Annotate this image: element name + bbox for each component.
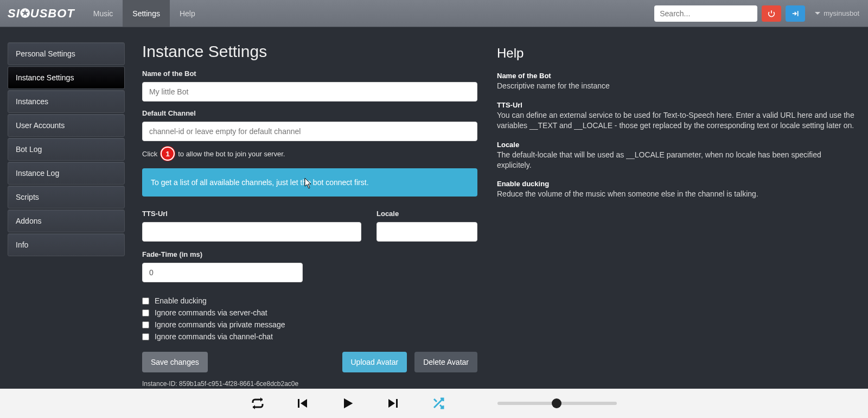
bot-name-input[interactable] [142,82,477,102]
sidebar-item-scripts[interactable]: Scripts [8,186,125,208]
help-item-title: TTS-Url [497,101,855,109]
tts-url-input[interactable] [142,222,361,242]
page-title: Instance Settings [142,42,477,61]
button-row: Save changes Upload Avatar Delete Avatar [142,352,477,372]
default-channel-label: Default Channel [142,109,477,117]
sidebar-item-addons[interactable]: Addons [8,210,125,232]
tab-music[interactable]: Music [84,0,123,27]
help-panel: Help Name of the Bot Descriptive name fo… [497,42,855,383]
nav-right: mysinusbot [646,0,868,27]
tab-help[interactable]: Help [170,0,205,27]
power-button[interactable] [762,5,781,22]
fade-time-label: Fade-Time (in ms) [142,250,477,258]
nav-tabs: Music Settings Help [84,0,205,27]
bot-name-label: Name of the Bot [142,69,477,78]
sidebar: Personal Settings Instance Settings Inst… [0,27,132,389]
help-item: Name of the Bot Descriptive name for the… [497,72,855,91]
help-title: Help [497,46,855,61]
play-icon[interactable] [340,396,355,411]
locale-input[interactable] [376,222,477,242]
hint-suffix: to allow the bot to join your server. [178,150,285,158]
ignore-private-message-label: Ignore commands via private message [155,320,285,329]
repeat-icon[interactable] [251,397,264,410]
instance-id: Instance-ID: 859b1a5f-c951-4f28-8661-6ce… [142,380,477,388]
help-item-desc: Reduce the volume of the music when some… [497,189,855,199]
search-input[interactable] [654,5,757,22]
hint-prefix: Click [142,150,157,158]
help-item-title: Name of the Bot [497,72,855,80]
user-dropdown[interactable]: mysinusbot [809,9,859,17]
checkbox-group: Enable ducking Ignore commands via serve… [142,296,477,341]
cursor-icon [304,178,312,189]
sidebar-item-personal-settings[interactable]: Personal Settings [8,42,125,65]
shuffle-icon[interactable] [431,397,445,410]
enable-ducking-checkbox[interactable]: Enable ducking [142,296,477,305]
checkbox-icon[interactable] [142,333,149,340]
user-name: mysinusbot [824,9,859,17]
ignore-channel-chat-checkbox[interactable]: Ignore commands via channel-chat [142,332,477,341]
tab-settings[interactable]: Settings [123,0,170,27]
default-channel-input[interactable] [142,122,477,141]
next-icon[interactable] [386,397,401,410]
content: Instance Settings Name of the Bot Defaul… [132,27,868,389]
player-bar [0,389,868,418]
help-item-desc: Descriptive name for the instance [497,81,855,91]
sidebar-item-instances[interactable]: Instances [8,90,125,113]
enable-ducking-label: Enable ducking [155,296,207,305]
fade-time-input[interactable] [142,263,303,282]
top-nav: SI✪USBOT Music Settings Help mysinusbot [0,0,868,27]
annotation-badge-1: 1 [161,147,175,161]
logout-icon [792,10,799,17]
delete-avatar-button[interactable]: Delete Avatar [414,352,477,372]
previous-icon[interactable] [295,397,310,410]
help-item-title: Locale [497,141,855,149]
checkbox-icon[interactable] [142,309,149,316]
ignore-server-chat-checkbox[interactable]: Ignore commands via server-chat [142,308,477,317]
sidebar-item-user-accounts[interactable]: User Accounts [8,114,125,137]
checkbox-icon[interactable] [142,297,149,305]
help-item: Locale The default-locale that will be u… [497,141,855,170]
brand-logo: SI✪USBOT [0,0,84,27]
power-icon [768,10,775,17]
help-item: TTS-Url You can define an external servi… [497,101,855,131]
upload-avatar-button[interactable]: Upload Avatar [342,352,407,372]
logout-button[interactable] [786,5,805,22]
help-item-title: Enable ducking [497,180,855,188]
locale-label: Locale [376,210,477,218]
sidebar-item-bot-log[interactable]: Bot Log [8,138,125,161]
sidebar-item-info[interactable]: Info [8,233,125,256]
ignore-server-chat-label: Ignore commands via server-chat [155,308,267,317]
save-button[interactable]: Save changes [142,352,208,372]
tts-url-label: TTS-Url [142,210,361,218]
settings-form: Instance Settings Name of the Bot Defaul… [142,42,477,383]
sidebar-item-instance-settings[interactable]: Instance Settings [8,66,125,89]
help-item: Enable ducking Reduce the volume of the … [497,180,855,199]
ignore-channel-chat-label: Ignore commands via channel-chat [155,332,273,341]
channel-hint: Click 1 to allow the bot to join your se… [142,147,477,161]
help-item-desc: The default-locale that will be used as … [497,150,855,170]
caret-down-icon [815,12,820,15]
help-item-desc: You can define an external service to be… [497,110,855,131]
ignore-private-message-checkbox[interactable]: Ignore commands via private message [142,320,477,329]
main: Personal Settings Instance Settings Inst… [0,27,868,389]
checkbox-icon[interactable] [142,321,149,328]
seek-knob[interactable] [552,398,561,408]
seek-slider[interactable] [497,402,617,405]
sidebar-item-instance-log[interactable]: Instance Log [8,162,125,185]
